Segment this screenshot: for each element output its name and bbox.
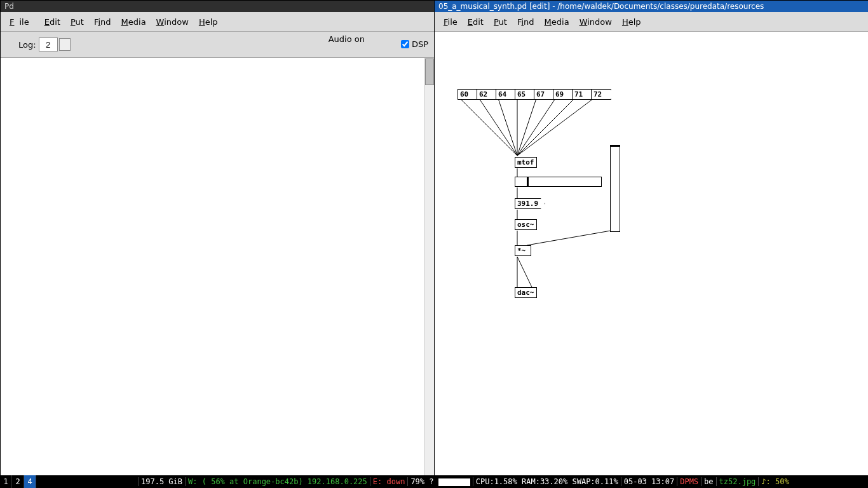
pd-console-title[interactable]: Pd (1, 1, 435, 12)
svg-line-6 (517, 98, 574, 156)
status-batt: 79% ? (407, 477, 472, 486)
pd-console-title-text: Pd (4, 2, 14, 11)
patch-title-text: 05_a_musical_synth.pd [edit] - /home/wal… (438, 2, 764, 11)
svg-line-4 (517, 98, 536, 156)
svg-line-12 (527, 230, 614, 245)
status-eth: E: down (370, 477, 408, 486)
menu-put[interactable]: Put (71, 17, 84, 27)
menu-file[interactable]: File (444, 17, 458, 27)
log-spinner[interactable] (59, 38, 71, 51)
vslider-knob[interactable] (611, 146, 620, 152)
dsp-toggle[interactable]: DSP (398, 38, 428, 50)
svg-line-0 (460, 98, 517, 156)
menu-edit[interactable]: Edit (468, 17, 484, 27)
patch-menubar: File Edit Put Find Media Window Help (435, 12, 868, 32)
status-input[interactable] (438, 478, 470, 486)
msgbox-note-0[interactable]: 60 (458, 89, 478, 100)
status-date: 05-03 13:07 (621, 477, 677, 486)
dsp-label: DSP (412, 39, 428, 49)
patch-canvas[interactable]: 60 62 64 65 67 69 71 72 mtof 391.9 osc~ … (435, 32, 868, 476)
status-img: tz52.jpg (716, 477, 759, 486)
console-scrollbar[interactable] (424, 58, 435, 476)
status-disk: 197.5 GiB (138, 477, 185, 486)
patch-title[interactable]: 05_a_musical_synth.pd [edit] - /home/wal… (435, 1, 868, 12)
msgbox-note-2[interactable]: 64 (496, 89, 516, 100)
statusbar: 1 2 4 197.5 GiB W: ( 56% at Orange-bc42b… (0, 475, 868, 488)
menu-file[interactable]: File (10, 17, 34, 27)
obj-mtof[interactable]: mtof (515, 157, 537, 168)
status-kb: be (701, 477, 715, 486)
log-input[interactable] (39, 37, 58, 51)
menu-put[interactable]: Put (494, 17, 507, 27)
menu-help[interactable]: Help (622, 17, 641, 27)
numbox-freq[interactable]: 391.9 (515, 198, 545, 209)
log-label: Log: (18, 40, 36, 50)
msgbox-note-7[interactable]: 72 (591, 89, 611, 100)
hslider-knob[interactable] (527, 177, 529, 186)
svg-line-14 (517, 257, 532, 287)
vslider-amp[interactable] (610, 145, 620, 232)
menu-help[interactable]: Help (199, 17, 218, 27)
svg-line-2 (498, 98, 517, 156)
status-dpms: DPMS (677, 477, 701, 486)
svg-line-7 (517, 98, 593, 156)
pd-console-window: Pd File Edit Put Find Media Window Help … (0, 0, 435, 477)
status-wifi: W: ( 56% at Orange-bc42b) 192.168.0.225 (185, 477, 370, 486)
menu-window[interactable]: Window (156, 17, 189, 27)
menu-window[interactable]: Window (580, 17, 612, 27)
obj-osc[interactable]: osc~ (515, 219, 537, 230)
patch-window: 05_a_musical_synth.pd [edit] - /home/wal… (434, 0, 868, 477)
menu-find[interactable]: Find (94, 17, 111, 27)
msgbox-note-3[interactable]: 65 (515, 89, 535, 100)
msgbox-note-5[interactable]: 69 (553, 89, 573, 100)
menu-media[interactable]: Media (121, 17, 146, 27)
workspace-4[interactable]: 4 (24, 475, 36, 488)
workspace-2[interactable]: 2 (12, 475, 24, 488)
menu-edit[interactable]: Edit (44, 17, 60, 27)
svg-line-5 (517, 98, 555, 156)
msgbox-note-1[interactable]: 62 (477, 89, 497, 100)
pd-console-canvas (1, 58, 435, 476)
pd-console-toolbar: Log: Audio on DSP (1, 32, 435, 58)
menu-media[interactable]: Media (545, 17, 569, 27)
hslider-freq[interactable] (515, 177, 602, 187)
workspace-1[interactable]: 1 (0, 475, 12, 488)
status-vol: ♪: 50% (758, 477, 791, 486)
obj-dac[interactable]: dac~ (515, 287, 537, 298)
obj-mult[interactable]: *~ (515, 245, 531, 256)
audio-on-label: Audio on (329, 34, 365, 44)
pd-console-menubar: File Edit Put Find Media Window Help (1, 12, 435, 32)
status-cpu: CPU:1.58% RAM:33.20% SWAP:0.11% (473, 477, 621, 486)
msgbox-note-4[interactable]: 67 (534, 89, 554, 100)
dsp-checkbox[interactable] (401, 40, 409, 48)
menu-find[interactable]: Find (517, 17, 534, 27)
svg-line-1 (479, 98, 517, 156)
msgbox-note-6[interactable]: 71 (572, 89, 592, 100)
scrollbar-thumb[interactable] (425, 58, 434, 85)
